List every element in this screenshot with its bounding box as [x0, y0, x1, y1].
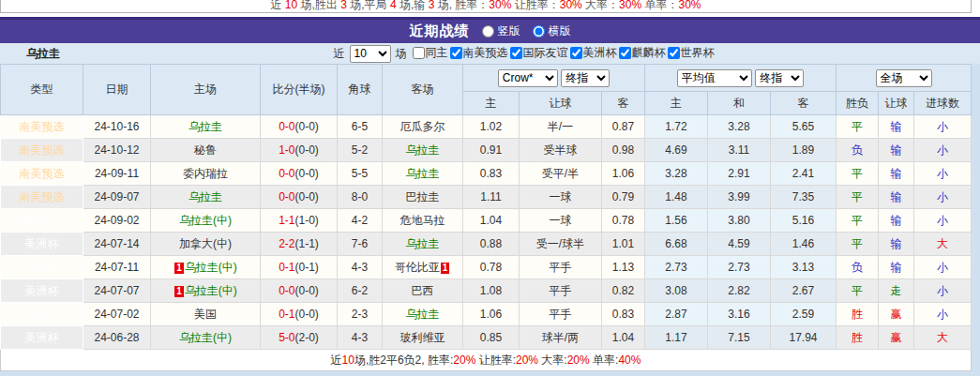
cell-avg-lose: 5.65 — [771, 115, 837, 139]
away-team-link[interactable]: 巴西 — [412, 284, 434, 297]
away-team-link[interactable]: 玻利维亚 — [400, 331, 445, 344]
cell-home-team[interactable]: 乌拉圭 — [151, 115, 261, 139]
cell-date: 24-10-12 — [83, 139, 151, 162]
home-team-link[interactable]: 乌拉圭(中) — [179, 331, 232, 344]
league-filter-checkbox[interactable] — [668, 47, 680, 59]
cell-home-team[interactable]: 秘鲁 — [151, 139, 261, 162]
cell-home-team[interactable]: 1乌拉圭(中) — [151, 256, 261, 279]
cell-home-team[interactable]: 1乌拉圭(中) — [151, 279, 261, 303]
league-filter[interactable]: 美洲杯 — [569, 45, 617, 61]
league-filter-label: 国际友谊 — [523, 45, 568, 61]
cell-avg-draw: 3.28 — [708, 115, 771, 139]
layout-radio-horizontal[interactable] — [533, 25, 545, 38]
cell-date: 24-07-07 — [83, 279, 151, 303]
away-team-link[interactable]: 哥伦比亚 — [395, 261, 440, 274]
home-team-link[interactable]: 美国 — [194, 308, 217, 321]
cell-away-team[interactable]: 乌拉圭 — [383, 233, 463, 256]
league-filter-checkbox[interactable] — [413, 47, 425, 59]
cell-avg-win: 4.69 — [645, 139, 708, 162]
odds-company-time-select[interactable]: 终指 — [561, 69, 610, 87]
summary-text: 单率： — [641, 0, 678, 11]
away-team-link[interactable]: 危地马拉 — [400, 214, 445, 227]
cell-avg-draw: 3.80 — [708, 209, 771, 233]
cell-away-team[interactable]: 乌拉圭 — [383, 162, 463, 186]
home-team-link[interactable]: 乌拉圭(中) — [185, 261, 237, 274]
cell-home-team[interactable]: 委内瑞拉 — [151, 162, 261, 186]
near-count-select[interactable]: 10 — [350, 45, 391, 63]
league-filter[interactable]: 同主 — [412, 45, 448, 61]
summary-value: 10 — [285, 0, 297, 11]
home-team-link[interactable]: 委内瑞拉 — [183, 167, 228, 180]
away-team-link[interactable]: 乌拉圭 — [406, 237, 440, 250]
cell-away-team[interactable]: 危地马拉 — [383, 209, 463, 233]
layout-radio-vertical[interactable] — [482, 25, 494, 38]
away-team-link[interactable]: 乌拉圭 — [406, 308, 440, 321]
col-type: 类型 — [1, 65, 83, 115]
league-filter-checkbox[interactable] — [619, 47, 631, 59]
league-filters: 同主南美预选国际友谊美洲杯麒麟杯世界杯 — [412, 45, 716, 62]
cell-home-team[interactable]: 乌拉圭(中) — [151, 326, 261, 350]
league-filter-checkbox[interactable] — [570, 47, 582, 59]
league-filter[interactable]: 世界杯 — [667, 45, 715, 61]
cell-odds-home: 1.11 — [463, 186, 520, 209]
cell-home-team[interactable]: 加拿大(中) — [151, 233, 261, 256]
cell-away-team[interactable]: 巴拉圭 — [383, 186, 463, 209]
summary-text: 场, 胜率： — [434, 0, 489, 11]
cell-away-team[interactable]: 巴西 — [383, 279, 463, 303]
away-team-link[interactable]: 厄瓜多尔 — [400, 120, 445, 133]
avg-odds-time-select[interactable]: 终指 — [755, 69, 804, 87]
league-filter-checkbox[interactable] — [510, 47, 522, 59]
away-team-link[interactable]: 乌拉圭 — [406, 143, 440, 157]
summary-value: 30% — [619, 0, 641, 11]
team-name: 乌拉圭 — [26, 46, 60, 62]
league-filter-checkbox[interactable] — [450, 47, 462, 59]
col-date: 日期 — [83, 65, 151, 115]
cell-corner: 5-2 — [338, 139, 383, 162]
cell-away-team[interactable]: 乌拉圭 — [383, 303, 463, 326]
col-score: 比分(半场) — [261, 65, 338, 115]
odds-company-select[interactable]: Crow* — [498, 69, 558, 87]
summary-text: 大率： — [582, 0, 619, 11]
match-rows: 南美预选24-10-16乌拉圭0-0(0-0)6-5厄瓜多尔1.02半/一0.8… — [1, 115, 972, 350]
summary-value: 10 — [342, 353, 354, 367]
cell-odds-away: 0.83 — [602, 303, 645, 326]
summary-text: 单率: — [590, 353, 619, 367]
cell-home-team[interactable]: 乌拉圭 — [151, 186, 261, 209]
cell-avg-draw: 2.73 — [708, 256, 771, 279]
league-filter[interactable]: 国际友谊 — [509, 45, 568, 61]
cell-home-team[interactable]: 乌拉圭(中) — [151, 209, 261, 233]
away-team-link[interactable]: 乌拉圭 — [406, 167, 440, 180]
league-filter[interactable]: 南美预选 — [449, 45, 508, 61]
cell-corner: 8-0 — [338, 186, 383, 209]
home-team-link[interactable]: 乌拉圭(中) — [185, 284, 237, 297]
home-team-link[interactable]: 乌拉圭 — [188, 120, 222, 133]
away-team-link[interactable]: 巴拉圭 — [406, 190, 440, 203]
avg-odds-group: 平均值 终指 — [645, 65, 837, 92]
avg-odds-select[interactable]: 平均值 — [677, 69, 752, 87]
cell-away-team[interactable]: 乌拉圭 — [383, 139, 463, 162]
cell-result-goals: 小 — [914, 279, 972, 303]
cell-home-team[interactable]: 美国 — [151, 303, 261, 326]
home-team-link[interactable]: 乌拉圭 — [188, 190, 222, 203]
cell-league-badge: 南美预选 — [1, 162, 83, 186]
cell-result-outcome: 平 — [837, 162, 879, 186]
cell-away-team[interactable]: 厄瓜多尔 — [383, 115, 463, 139]
cell-odds-away: 1.01 — [602, 233, 645, 256]
layout-option-horizontal[interactable]: 横版 — [532, 23, 571, 39]
home-team-link[interactable]: 乌拉圭(中) — [179, 214, 232, 227]
cell-league-badge: 国际友谊 — [1, 209, 83, 233]
league-filter-label: 同主 — [426, 45, 448, 61]
previous-summary-text: 近 10 场,胜出 3 场,平局 4 场,输 3 场, 胜率：30% 让胜率：3… — [1, 0, 971, 13]
cell-avg-lose: 17.94 — [771, 326, 837, 350]
cell-date: 24-06-28 — [83, 326, 151, 350]
result-scope-select[interactable]: 全场 — [876, 69, 932, 87]
layout-option-vertical[interactable]: 竖版 — [481, 23, 520, 39]
cell-score: 1-0(0-0) — [261, 139, 338, 162]
cell-away-team[interactable]: 玻利维亚 — [383, 326, 463, 350]
league-filter[interactable]: 麒麟杯 — [618, 45, 666, 61]
cell-odds-away: 0.78 — [602, 209, 645, 233]
home-team-link[interactable]: 加拿大(中) — [179, 237, 232, 250]
cell-away-team[interactable]: 哥伦比亚1 — [383, 256, 463, 279]
cell-avg-lose: 2.41 — [771, 162, 837, 186]
home-team-link[interactable]: 秘鲁 — [194, 143, 217, 157]
